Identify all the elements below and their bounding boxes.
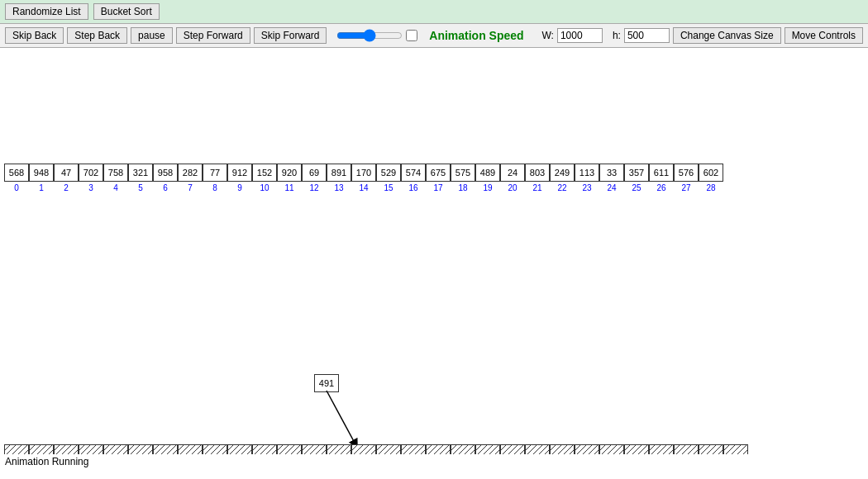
animation-speed-label: Animation Speed: [421, 29, 532, 42]
cell-index: 22: [557, 183, 566, 192]
cell-index: 0: [14, 183, 19, 192]
array-cell: 152 10: [252, 164, 277, 192]
cell-index: 19: [483, 183, 492, 192]
cell-index: 16: [408, 183, 417, 192]
cell-index: 25: [632, 183, 641, 192]
skip-forward-button[interactable]: Skip Forward: [254, 27, 327, 44]
cell-box: 958: [153, 164, 178, 182]
cell-index: 12: [309, 183, 318, 192]
cell-box: 113: [575, 164, 599, 182]
step-back-button[interactable]: Step Back: [67, 27, 127, 44]
array-cell: 249 22: [550, 164, 575, 192]
array-cell: 321 5: [128, 164, 153, 192]
move-controls-button[interactable]: Move Controls: [785, 27, 863, 44]
cell-box: 69: [302, 164, 327, 182]
bucket-sort-button[interactable]: Bucket Sort: [93, 3, 160, 20]
step-forward-button[interactable]: Step Forward: [176, 27, 250, 44]
array-cell: 568 0: [4, 164, 29, 192]
cell-index: 10: [260, 183, 269, 192]
array-cell: 891 13: [327, 164, 351, 192]
svg-line-0: [327, 391, 355, 444]
cell-box: 489: [475, 164, 500, 182]
cell-box: 675: [426, 164, 451, 182]
cell-index: 1: [39, 183, 44, 192]
cell-box: 920: [277, 164, 302, 182]
h-input[interactable]: [624, 28, 670, 43]
randomize-list-button[interactable]: Randomize List: [5, 3, 88, 20]
cell-box: 77: [203, 164, 227, 182]
main-canvas: 568 0 948 1 47 2 702 3 758 4 321 5 958 6…: [0, 48, 868, 469]
cell-box: 576: [674, 164, 699, 182]
array-cell: 611 26: [649, 164, 674, 192]
array-cell: 489 19: [475, 164, 500, 192]
array-cell: 576 27: [674, 164, 699, 192]
cell-index: 20: [508, 183, 517, 192]
change-canvas-button[interactable]: Change Canvas Size: [673, 27, 781, 44]
array-cell: 282 7: [178, 164, 203, 192]
cell-index: 18: [458, 183, 467, 192]
cell-index: 9: [237, 183, 242, 192]
cell-box: 529: [376, 164, 401, 182]
cell-box: 47: [54, 164, 79, 182]
cell-index: 2: [64, 183, 69, 192]
array-cell: 758 4: [103, 164, 128, 192]
cell-index: 8: [212, 183, 217, 192]
speed-slider[interactable]: [336, 29, 403, 42]
array-cell: 574 16: [401, 164, 426, 192]
cell-box: 702: [79, 164, 103, 182]
cell-index: 14: [359, 183, 368, 192]
array-cell: 529 15: [376, 164, 401, 192]
skip-back-button[interactable]: Skip Back: [5, 27, 64, 44]
arrow-svg: [310, 387, 376, 453]
array-cell: 575 18: [451, 164, 475, 192]
cell-index: 6: [163, 183, 168, 192]
cell-index: 28: [706, 183, 715, 192]
w-input[interactable]: [557, 28, 603, 43]
array-cell: 69 12: [302, 164, 327, 192]
top-toolbar: Randomize List Bucket Sort: [0, 0, 868, 24]
cell-index: 21: [532, 183, 541, 192]
array-cell: 803 21: [525, 164, 550, 192]
status-bar: Animation Running: [0, 454, 868, 469]
array-cell: 47 2: [54, 164, 79, 192]
cell-box: 249: [550, 164, 575, 182]
array-cell: 77 8: [203, 164, 227, 192]
cell-index: 4: [113, 183, 118, 192]
array-cell: 170 14: [351, 164, 376, 192]
array-cell: 33 24: [599, 164, 624, 192]
cell-box: 152: [252, 164, 277, 182]
cell-box: 170: [351, 164, 376, 182]
cell-box: 602: [699, 164, 723, 182]
cell-index: 13: [334, 183, 343, 192]
cell-box: 568: [4, 164, 29, 182]
cell-box: 282: [178, 164, 203, 182]
main-toolbar: Skip Back Step Back pause Step Forward S…: [0, 24, 868, 48]
cell-box: 321: [128, 164, 153, 182]
cell-box: 912: [227, 164, 252, 182]
w-label: W:: [541, 30, 553, 41]
array-top: 568 0 948 1 47 2 702 3 758 4 321 5 958 6…: [4, 164, 723, 192]
cell-index: 24: [607, 183, 616, 192]
array-cell: 675 17: [426, 164, 451, 192]
cell-index: 5: [138, 183, 143, 192]
speed-control: [336, 29, 417, 42]
floating-element: 491: [314, 374, 339, 392]
cell-index: 11: [284, 183, 293, 192]
cell-box: 891: [327, 164, 351, 182]
cell-box: 758: [103, 164, 128, 182]
cell-box: 24: [500, 164, 525, 182]
cell-box: 803: [525, 164, 550, 182]
array-cell: 113 23: [575, 164, 599, 192]
speed-checkbox[interactable]: [406, 30, 417, 41]
array-cell: 958 6: [153, 164, 178, 192]
cell-box: 575: [451, 164, 475, 182]
cell-index: 26: [656, 183, 665, 192]
array-cell: 912 9: [227, 164, 252, 192]
floating-cell-box: 491: [314, 374, 339, 392]
floating-cell-value: 491: [319, 378, 334, 388]
cell-box: 574: [401, 164, 426, 182]
array-cell: 702 3: [79, 164, 103, 192]
cell-box: 357: [624, 164, 649, 182]
pause-button[interactable]: pause: [131, 27, 173, 44]
array-cell: 24 20: [500, 164, 525, 192]
